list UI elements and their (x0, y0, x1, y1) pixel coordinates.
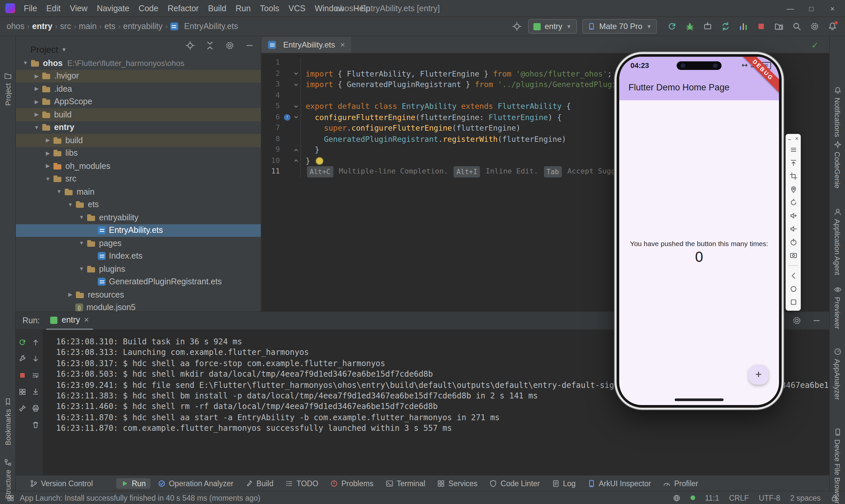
run-config-select[interactable]: entry ▼ (528, 19, 577, 34)
menu-icon[interactable] (789, 143, 797, 156)
rotate-icon[interactable] (789, 196, 797, 209)
stop-icon[interactable] (18, 371, 27, 380)
home-icon[interactable] (789, 282, 797, 295)
close-tab-icon[interactable]: × (84, 315, 89, 325)
close-window-button[interactable]: × (828, 4, 837, 12)
power-icon[interactable] (789, 235, 797, 249)
chevron-right-icon[interactable]: ▶ (32, 73, 41, 79)
tree-item-appscope[interactable]: ▶AppScope (16, 95, 261, 108)
strip-item-application-agent[interactable]: Application Agent (830, 208, 845, 275)
toolwindow-operation-analyzer[interactable]: Operation Analyzer (153, 478, 238, 488)
chevron-down-icon[interactable]: ▼ (54, 189, 64, 195)
volume-up-icon[interactable] (789, 209, 797, 222)
tree-item-.hvigor[interactable]: ▶.hvigor (16, 70, 261, 83)
tree-item-ets[interactable]: ▼ets (16, 198, 261, 211)
menu-code[interactable]: Code (134, 2, 163, 14)
tree-item-build[interactable]: ▶build (16, 108, 261, 121)
menu-refactor[interactable]: Refactor (163, 2, 204, 14)
toolwindow-profiler[interactable]: Profiler (658, 478, 703, 488)
device-file-browser-icon[interactable] (773, 20, 785, 32)
tree-item-ohos[interactable]: ▼ohosE:\Flutter\flutter_harmonyos\ohos (16, 57, 261, 70)
indent-setting[interactable]: 2 spaces (790, 494, 821, 502)
chevron-right-icon[interactable]: ▶ (32, 112, 41, 118)
file-encoding[interactable]: UTF-8 (759, 494, 780, 502)
tree-item-generatedpluginregistrant.ets[interactable]: GeneratedPluginRegistrant.ets (16, 275, 261, 288)
chevron-down-icon[interactable]: ▼ (43, 176, 53, 182)
chevron-down-icon[interactable]: ▼ (65, 202, 75, 208)
breadcrumb-entry[interactable]: entry (32, 22, 52, 31)
fold-marker[interactable] (292, 104, 300, 109)
locate-icon[interactable] (184, 39, 196, 51)
device-screen[interactable]: 04:23 100 Flutter Demo Home Page You hav… (619, 57, 779, 405)
inspections-ok-icon[interactable]: ✓ (811, 40, 818, 50)
attach-debugger-icon[interactable] (702, 20, 714, 32)
tree-item-oh_modules[interactable]: ▶oh_modules (16, 160, 261, 173)
fold-marker[interactable] (292, 71, 300, 77)
grid-icon[interactable] (18, 387, 27, 396)
screenshot-icon[interactable] (789, 249, 797, 262)
tree-item-pages[interactable]: ▼pages (16, 237, 261, 250)
strip-item-appanalyzer[interactable]: AppAnalyzer (830, 348, 845, 400)
tree-item-plugins[interactable]: ▼plugins (16, 263, 261, 275)
crop-icon[interactable] (789, 169, 797, 183)
strip-item-project[interactable]: Project (0, 72, 15, 106)
toolwindow-run[interactable]: Run (116, 478, 150, 488)
strip-item-device-file-browser[interactable]: Device File Browser (830, 428, 845, 504)
minimize-icon[interactable] (787, 136, 792, 141)
tree-item-main[interactable]: ▼main (16, 185, 261, 198)
toolwindow-terminal[interactable]: Terminal (381, 478, 430, 488)
strip-item-bookmarks[interactable]: Bookmarks (0, 398, 15, 445)
chevron-down-icon[interactable]: ▼ (32, 125, 41, 131)
recents-icon[interactable] (789, 295, 797, 309)
hot-reload-icon[interactable] (720, 20, 732, 32)
tree-item-build[interactable]: ▶build (16, 134, 261, 147)
strip-item-codegenie[interactable]: CodeGenie (830, 141, 845, 188)
tree-item-entryability.ets[interactable]: EntryAbility.ets (16, 224, 261, 237)
settings-icon[interactable] (224, 39, 236, 51)
home-indicator[interactable] (675, 398, 723, 401)
menu-tools[interactable]: Tools (256, 2, 284, 14)
maximize-window-button[interactable]: □ (807, 4, 816, 12)
breadcrumb-ets[interactable]: ets (104, 22, 115, 31)
hide-icon[interactable] (244, 39, 256, 51)
caret-position[interactable]: 11:1 (705, 494, 719, 502)
globe-icon[interactable] (673, 494, 681, 502)
project-view-selector[interactable]: Project ▼ (30, 44, 67, 54)
breadcrumb-main[interactable]: main (79, 22, 97, 31)
tree-item-entry[interactable]: ▼entry (16, 121, 261, 134)
device-select[interactable]: Mate 70 Pro ▼ (582, 19, 657, 34)
stop-icon[interactable] (755, 20, 767, 32)
toolwindow-todo[interactable]: TODO (281, 478, 323, 488)
editor-tab[interactable]: EntryAbility.ets × (261, 37, 352, 53)
rerun-icon[interactable] (18, 338, 27, 347)
chevron-down-icon[interactable]: ▼ (76, 266, 87, 272)
breadcrumb-entryability[interactable]: entryability (123, 22, 163, 31)
locate-icon[interactable] (511, 20, 523, 32)
chevron-down-icon[interactable]: ▼ (76, 240, 87, 246)
chevron-right-icon[interactable]: ▶ (32, 86, 41, 92)
soft-wrap-icon[interactable] (31, 371, 40, 380)
menu-build[interactable]: Build (203, 2, 231, 14)
wrench-icon[interactable] (18, 354, 27, 363)
settings-icon[interactable] (791, 315, 803, 326)
line-separator[interactable]: CRLF (729, 494, 749, 502)
chevron-right-icon[interactable]: ▶ (43, 138, 53, 143)
minimize-window-button[interactable]: — (786, 4, 795, 12)
chevron-down-icon[interactable]: ▼ (20, 60, 30, 66)
menu-navigate[interactable]: Navigate (92, 2, 134, 14)
tree-item-libs[interactable]: ▶libs (16, 147, 261, 160)
scroll-end-icon[interactable] (31, 387, 40, 396)
tree-item-.idea[interactable]: ▶.idea (16, 83, 261, 95)
clear-icon[interactable] (31, 420, 40, 430)
intention-bulb-icon[interactable] (316, 157, 323, 165)
chevron-down-icon[interactable]: ▼ (76, 215, 87, 221)
tree-item-entryability[interactable]: ▼entryability (16, 211, 261, 224)
breadcrumb-EntryAbility.ets[interactable]: EntryAbility.ets (184, 22, 238, 31)
toolwindow-build[interactable]: Build (241, 478, 278, 488)
strip-item-notifications[interactable]: Notifications (830, 86, 845, 137)
menu-view[interactable]: View (65, 2, 92, 14)
debug-icon[interactable] (684, 20, 696, 32)
close-icon[interactable] (794, 136, 799, 141)
toolwindow-problems[interactable]: Problems (325, 478, 378, 488)
tree-item-resources[interactable]: ▶resources (16, 288, 261, 301)
